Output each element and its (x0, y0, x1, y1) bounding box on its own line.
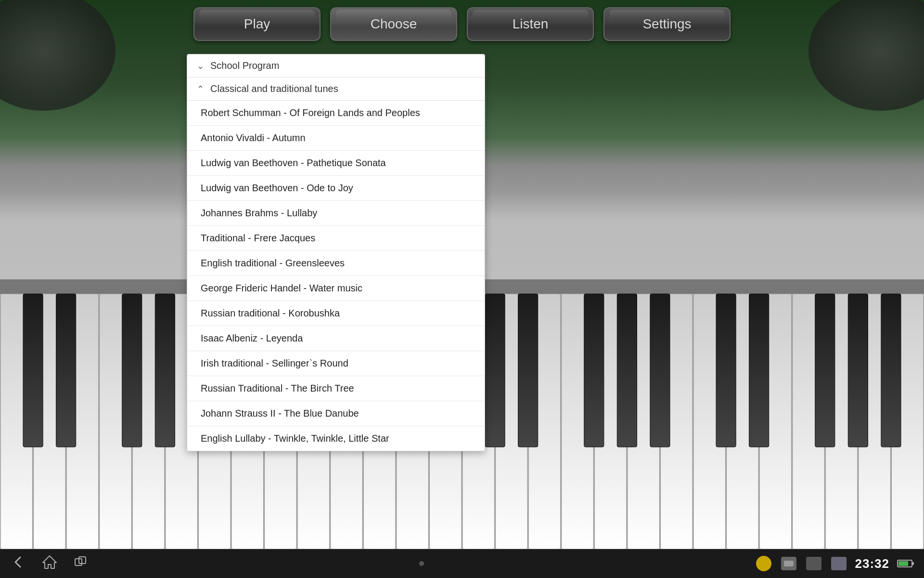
blue-gray-icon (831, 557, 847, 570)
svg-rect-47 (815, 294, 835, 447)
svg-rect-30 (23, 294, 43, 447)
svg-rect-42 (584, 294, 604, 447)
svg-rect-46 (749, 294, 769, 447)
home-button[interactable] (41, 554, 58, 574)
song-item-8[interactable]: Russian traditional - Korobushka (187, 301, 485, 326)
choose-button[interactable]: Choose (330, 7, 457, 41)
svg-rect-45 (716, 294, 736, 447)
category-school-program-label: School Program (210, 60, 279, 71)
play-button[interactable]: Play (193, 7, 321, 41)
svg-rect-44 (650, 294, 670, 447)
back-icon (10, 553, 27, 571)
song-item-1[interactable]: Antonio Vivaldi - Autumn (187, 126, 485, 151)
svg-rect-40 (485, 294, 505, 447)
home-indicator-dot (419, 561, 424, 566)
svg-rect-55 (898, 561, 908, 566)
song-item-2[interactable]: Ludwig van Beethoven - Pathetique Sonata (187, 151, 485, 176)
listen-button[interactable]: Listen (467, 7, 594, 41)
svg-rect-31 (56, 294, 76, 447)
recent-apps-button[interactable] (72, 554, 89, 574)
song-item-10[interactable]: Irish traditional - Sellinger`s Round (187, 351, 485, 376)
settings-button[interactable]: Settings (603, 7, 731, 41)
bottom-nav-right: 23:32 (755, 555, 915, 572)
app-icon-4[interactable] (830, 555, 847, 572)
category-classical-traditional-label: Classical and traditional tunes (210, 83, 338, 94)
battery-icon (897, 555, 914, 572)
svg-rect-49 (881, 294, 901, 447)
chevron-down-icon: ⌄ (195, 61, 205, 71)
song-item-7[interactable]: George Frideric Handel - Water music (187, 276, 485, 301)
dark-icon (806, 557, 821, 570)
app-icon-1[interactable] (755, 555, 772, 572)
svg-rect-43 (617, 294, 637, 447)
bottom-nav-left (10, 553, 89, 574)
home-icon (41, 554, 58, 570)
song-item-5[interactable]: Traditional - Frere Jacques (187, 226, 485, 251)
song-item-13[interactable]: English Lullaby - Twinkle, Twinkle, Litt… (187, 426, 485, 451)
svg-rect-54 (912, 562, 914, 565)
top-nav: Play Choose Listen Settings (0, 0, 924, 48)
song-item-0[interactable]: Robert Schumman - Of Foreign Lands and P… (187, 101, 485, 126)
svg-rect-48 (848, 294, 868, 447)
song-item-11[interactable]: Russian Traditional - The Birch Tree (187, 376, 485, 401)
song-item-3[interactable]: Ludwig van Beethoven - Ode to Joy (187, 176, 485, 201)
song-item-6[interactable]: English traditional - Greensleeves (187, 251, 485, 276)
song-dropdown: ⌄ School Program ⌃ Classical and traditi… (187, 54, 485, 451)
song-item-12[interactable]: Johann Strauss II - The Blue Danube (187, 401, 485, 426)
category-school-program[interactable]: ⌄ School Program (187, 54, 485, 78)
time-display: 23:32 (855, 556, 890, 571)
svg-marker-50 (43, 556, 56, 568)
app-icon-2[interactable] (780, 555, 797, 572)
song-item-9[interactable]: Isaac Albeniz - Leyenda (187, 326, 485, 351)
category-classical-traditional[interactable]: ⌃ Classical and traditional tunes (187, 78, 485, 101)
chevron-up-icon: ⌃ (195, 84, 205, 94)
bottom-nav-center (89, 561, 755, 566)
app: 4 Play Choose Listen Settings ⌄ School P… (0, 0, 924, 578)
golden-icon (756, 556, 771, 571)
song-item-4[interactable]: Johannes Brahms - Lullaby (187, 201, 485, 226)
bottom-nav: 23:32 (0, 549, 924, 578)
back-button[interactable] (10, 553, 27, 574)
svg-rect-41 (518, 294, 538, 447)
svg-rect-33 (155, 294, 175, 447)
svg-rect-32 (122, 294, 142, 447)
gray-icon (781, 557, 796, 570)
recent-apps-icon (72, 554, 89, 570)
gray-icon-inner (784, 561, 794, 566)
app-icon-3[interactable] (805, 555, 822, 572)
battery-svg (897, 559, 914, 568)
